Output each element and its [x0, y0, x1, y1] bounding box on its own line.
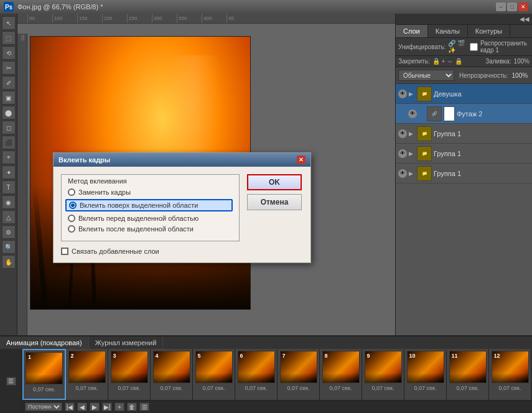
radio-paste-over[interactable]: Вклеить поверх выделенной области [65, 199, 233, 211]
method-group-box: Метод вклеивания Заменить кадры Вклеить … [61, 174, 240, 241]
radio-label: Вклеить перед выделенной областью [78, 215, 198, 222]
checkbox-label: Связать добавленные слои [72, 248, 159, 255]
cancel-button[interactable]: Отмена [247, 194, 302, 210]
group-title: Метод вклеивания [68, 177, 233, 185]
modal-body: Метод вклеивания Заменить кадры Вклеить … [54, 167, 310, 262]
modal-buttons: OK Отмена [247, 174, 303, 255]
radio-circle [68, 225, 75, 233]
radio-circle-checked [69, 202, 77, 209]
modal-close-button[interactable]: ✕ [297, 155, 306, 164]
modal-titlebar: Вклеить кадры ✕ [54, 153, 310, 167]
ok-button[interactable]: OK [247, 174, 302, 190]
radio-label: Вклеить после выделенной области [78, 225, 194, 233]
radio-paste-after[interactable]: Вклеить после выделенной области [68, 225, 233, 233]
link-layers-checkbox[interactable]: Связать добавленные слои [61, 248, 240, 255]
radio-label: Вклеить поверх выделенной области [80, 202, 198, 209]
modal-overlay: Вклеить кадры ✕ Метод вклеивания Заменит… [0, 0, 532, 413]
radio-replace-frames[interactable]: Заменить кадры [68, 188, 233, 196]
radio-label: Заменить кадры [78, 188, 131, 196]
radio-circle [68, 188, 75, 196]
paste-frames-dialog: Вклеить кадры ✕ Метод вклеивания Заменит… [53, 152, 311, 263]
checkbox-box [61, 248, 68, 255]
radio-paste-before[interactable]: Вклеить перед выделенной областью [68, 215, 233, 222]
ps-window: Ps Фон.jpg @ 66,7% (RGB/8) * – □ ✕ ↖ ⬚ ⟲… [0, 0, 532, 413]
radio-circle [68, 215, 75, 222]
modal-title: Вклеить кадры [58, 156, 110, 164]
modal-options-area: Метод вклеивания Заменить кадры Вклеить … [61, 174, 240, 255]
